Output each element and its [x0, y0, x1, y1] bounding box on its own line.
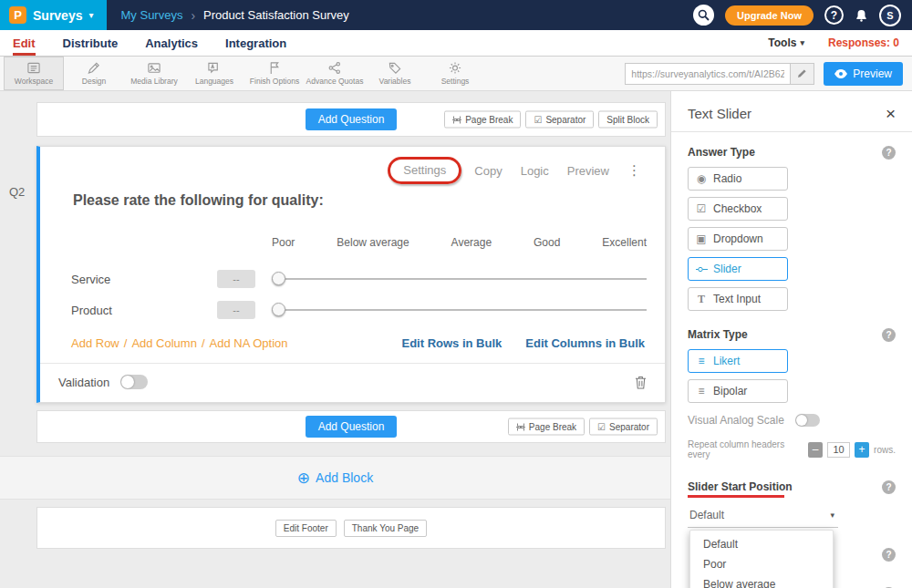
add-question-button[interactable]: Add Question — [306, 416, 398, 438]
answer-type-slider[interactable]: Slider — [688, 257, 788, 281]
notifications-bell-icon[interactable] — [855, 8, 868, 23]
tab-edit[interactable]: Edit — [13, 30, 36, 56]
add-block-band: ⊕ Add Block — [0, 456, 670, 500]
tools-label: Tools — [768, 36, 796, 49]
slider-track — [272, 309, 647, 311]
separator-label: Separator — [609, 422, 649, 432]
help-icon[interactable]: ? — [824, 5, 844, 25]
preview-button[interactable]: Preview — [824, 62, 903, 86]
separator-button[interactable]: ☑ Separator — [525, 111, 594, 129]
matrix-type-likert[interactable]: ≡ Likert — [688, 349, 788, 373]
validation-toggle[interactable] — [120, 375, 148, 389]
bipolar-icon: ≡ — [695, 385, 708, 397]
matrix-row: Product -- — [58, 294, 647, 325]
plus-circle-icon: ⊕ — [297, 470, 310, 486]
slider-handle[interactable] — [272, 272, 285, 285]
slider-track-area[interactable] — [272, 303, 647, 317]
answer-type-radio[interactable]: ◉ Radio — [688, 167, 788, 191]
row-label: Service — [71, 273, 217, 286]
radio-icon: ◉ — [695, 172, 708, 185]
tab-distribute[interactable]: Distribute — [63, 30, 119, 56]
thank-you-page-label: Thank You Page — [352, 523, 419, 533]
survey-url-input[interactable] — [625, 63, 791, 85]
matrix-links-row: Add Row / Add Column / Add NA Option Edi… — [71, 336, 647, 350]
separator-button[interactable]: ☑ Separator — [589, 418, 658, 436]
toolbar-item-settings[interactable]: Settings — [425, 57, 485, 90]
delete-question-icon[interactable] — [635, 376, 647, 389]
toolbar-item-media-library[interactable]: Media Library — [124, 57, 184, 90]
page-break-button[interactable]: Page Break — [444, 111, 521, 129]
question-text[interactable]: Please rate the following for quality: — [73, 192, 647, 209]
repeat-headers-label: Repeat column headers every — [688, 439, 803, 459]
slider-start-section: Slider Start Position ? Default ▾ Defaul… — [688, 480, 896, 528]
question-preview-link[interactable]: Preview — [567, 164, 609, 178]
annotation-red-underline — [688, 495, 784, 498]
toolbar-item-design[interactable]: Design — [64, 57, 124, 90]
option-label: Likert — [713, 355, 740, 367]
search-icon[interactable] — [693, 5, 714, 26]
tab-integration[interactable]: Integration — [225, 30, 286, 56]
responses-count[interactable]: Responses: 0 — [828, 36, 899, 49]
add-column-link[interactable]: Add Column — [131, 336, 197, 350]
edit-columns-bulk-link[interactable]: Edit Columns in Bulk — [525, 336, 645, 350]
thank-you-page-button[interactable]: Thank You Page — [344, 520, 427, 537]
add-block-button[interactable]: ⊕ Add Block — [297, 470, 373, 486]
help-icon[interactable]: ? — [882, 146, 896, 160]
close-icon[interactable]: × — [886, 105, 896, 122]
repeat-value[interactable]: 10 — [827, 442, 850, 458]
text-input-icon: T — [695, 293, 708, 306]
menu-option-poor[interactable]: Poor — [690, 554, 833, 574]
advance-quotas-icon — [327, 61, 342, 75]
edit-url-pencil-icon[interactable] — [791, 63, 814, 85]
add-row-link[interactable]: Add Row — [71, 336, 119, 350]
divider — [671, 131, 912, 132]
user-avatar[interactable]: S — [879, 5, 901, 26]
main-area: Q2 Add Question Page Break ☑ Separator S… — [0, 91, 912, 588]
answer-type-checkbox[interactable]: ☑ Checkbox — [688, 197, 788, 221]
visual-analog-toggle[interactable] — [795, 414, 820, 427]
tab-analytics[interactable]: Analytics — [145, 30, 198, 56]
edit-footer-button[interactable]: Edit Footer — [275, 520, 337, 537]
add-na-option-link[interactable]: Add NA Option — [210, 336, 288, 350]
matrix-type-options: ≡ Likert ≡ Bipolar — [688, 349, 896, 403]
tools-menu[interactable]: Tools ▾ — [768, 36, 804, 49]
minus-stepper-icon[interactable]: – — [808, 442, 823, 458]
slider-value-box: -- — [217, 301, 255, 319]
menu-option-below-average[interactable]: Below average — [690, 574, 833, 588]
edit-rows-bulk-link[interactable]: Edit Rows in Bulk — [401, 336, 502, 350]
toolbar-item-workspace[interactable]: Workspace — [4, 57, 64, 90]
slider-handle[interactable] — [272, 303, 285, 316]
settings-sidebar: Text Slider × Answer Type ? ◉ Radio ☑ Ch… — [670, 91, 912, 588]
help-icon[interactable]: ? — [882, 548, 896, 562]
toolbar-item-advance-quotas[interactable]: Advance Quotas — [305, 57, 365, 90]
matrix-type-bipolar[interactable]: ≡ Bipolar — [688, 379, 788, 403]
breadcrumb-my-surveys[interactable]: My Surveys — [121, 8, 183, 22]
toolbar-item-label: Media Library — [130, 77, 178, 86]
answer-type-text-input[interactable]: T Text Input — [688, 287, 788, 311]
slider-start-select[interactable]: Default ▾ — [688, 505, 838, 528]
add-question-button[interactable]: Add Question — [306, 108, 398, 130]
slider-start-select-wrap: Default ▾ Default Poor Below average Ave… — [688, 505, 838, 528]
product-name: Surveys — [33, 8, 82, 23]
help-icon[interactable]: ? — [882, 480, 896, 494]
toolbar-item-finish-options[interactable]: Finish Options — [244, 57, 305, 90]
help-icon[interactable]: ? — [882, 328, 896, 342]
plus-stepper-icon[interactable]: + — [855, 442, 869, 458]
split-block-button[interactable]: Split Block — [598, 111, 658, 129]
question-copy-link[interactable]: Copy — [474, 164, 502, 178]
upgrade-button[interactable]: Upgrade Now — [725, 5, 814, 26]
menu-option-default[interactable]: Default — [690, 534, 833, 554]
slider-start-dropdown-menu: Default Poor Below average Average Good … — [689, 530, 834, 588]
question-settings-link[interactable]: Settings — [403, 163, 446, 177]
product-switcher[interactable]: P Surveys ▾ — [0, 0, 107, 30]
slider-track-area[interactable] — [272, 272, 647, 286]
more-options-icon[interactable]: ⋮ — [627, 162, 641, 179]
checkbox-checked-icon: ☑ — [597, 422, 606, 431]
checkbox-checked-icon: ☑ — [534, 115, 542, 124]
toolbar-item-variables[interactable]: Variables — [365, 57, 425, 90]
slider-value-box: -- — [217, 270, 255, 288]
page-break-button[interactable]: Page Break — [508, 418, 585, 436]
answer-type-dropdown[interactable]: ▣ Dropdown — [688, 227, 788, 251]
toolbar-item-languages[interactable]: Languages — [184, 57, 244, 90]
question-logic-link[interactable]: Logic — [521, 164, 549, 178]
